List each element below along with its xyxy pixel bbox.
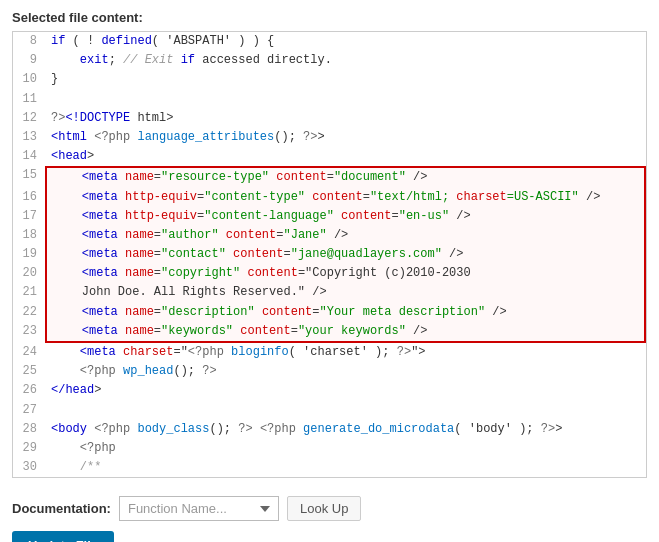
line-number: 18: [13, 226, 45, 245]
section-label: Selected file content:: [12, 10, 647, 25]
update-file-button[interactable]: Update File: [12, 531, 114, 542]
table-row: 8if ( ! defined( 'ABSPATH' ) ) {: [13, 32, 646, 51]
table-row: 20 <meta name="copyright" content="Copyr…: [13, 264, 646, 283]
line-number: 17: [13, 207, 45, 226]
line-code: }: [45, 70, 646, 89]
line-code: <meta name="description" content="Your m…: [45, 303, 646, 322]
line-code: [45, 401, 646, 420]
table-row: 17 <meta http-equiv="content-language" c…: [13, 207, 646, 226]
table-row: 12?><!DOCTYPE html>: [13, 109, 646, 128]
line-number: 9: [13, 51, 45, 70]
table-row: 24 <meta charset="<?php bloginfo( 'chars…: [13, 343, 646, 362]
line-number: 13: [13, 128, 45, 147]
line-code: John Doe. All Rights Reserved." />: [45, 283, 646, 302]
table-row: 18 <meta name="author" content="Jane" />: [13, 226, 646, 245]
line-code: [45, 90, 646, 109]
line-number: 12: [13, 109, 45, 128]
line-code: exit; // Exit if accessed directly.: [45, 51, 646, 70]
line-code: <html <?php language_attributes(); ?>>: [45, 128, 646, 147]
table-row: 28<body <?php body_class(); ?> <?php gen…: [13, 420, 646, 439]
line-code: <body <?php body_class(); ?> <?php gener…: [45, 420, 646, 439]
table-row: 16 <meta http-equiv="content-type" conte…: [13, 188, 646, 207]
line-number: 27: [13, 401, 45, 420]
line-number: 24: [13, 343, 45, 362]
line-code: <meta name="copyright" content="Copyrigh…: [45, 264, 646, 283]
line-number: 25: [13, 362, 45, 381]
line-number: 30: [13, 458, 45, 477]
code-editor: 8if ( ! defined( 'ABSPATH' ) ) {9 exit; …: [12, 31, 647, 478]
table-row: 11: [13, 90, 646, 109]
arrow-icon: ←: [126, 534, 150, 542]
line-number: 20: [13, 264, 45, 283]
table-row: 30 /**: [13, 458, 646, 477]
lookup-button[interactable]: Look Up: [287, 496, 361, 521]
table-row: 26</head>: [13, 381, 646, 400]
line-number: 19: [13, 245, 45, 264]
line-code: <meta http-equiv="content-language" cont…: [45, 207, 646, 226]
line-code: </head>: [45, 381, 646, 400]
line-number: 29: [13, 439, 45, 458]
update-row: Update File ←: [12, 531, 647, 542]
line-number: 15: [13, 166, 45, 187]
table-row: 15 <meta name="resource-type" content="d…: [13, 166, 646, 187]
table-row: 27: [13, 401, 646, 420]
line-code: if ( ! defined( 'ABSPATH' ) ) {: [45, 32, 646, 51]
line-number: 26: [13, 381, 45, 400]
table-row: 9 exit; // Exit if accessed directly.: [13, 51, 646, 70]
code-table: 8if ( ! defined( 'ABSPATH' ) ) {9 exit; …: [13, 32, 646, 477]
line-code: <meta name="resource-type" content="docu…: [45, 166, 646, 187]
table-row: 10}: [13, 70, 646, 89]
table-row: 22 <meta name="description" content="You…: [13, 303, 646, 322]
line-code: <meta name="author" content="Jane" />: [45, 226, 646, 245]
line-number: 16: [13, 188, 45, 207]
line-code: <?php wp_head(); ?>: [45, 362, 646, 381]
line-number: 11: [13, 90, 45, 109]
table-row: 21 John Doe. All Rights Reserved." />: [13, 283, 646, 302]
line-number: 22: [13, 303, 45, 322]
line-code: <meta http-equiv="content-type" content=…: [45, 188, 646, 207]
line-code: <?php: [45, 439, 646, 458]
line-code: ?><!DOCTYPE html>: [45, 109, 646, 128]
line-code: <meta charset="<?php bloginfo( 'charset'…: [45, 343, 646, 362]
table-row: 14<head>: [13, 147, 646, 166]
table-row: 25 <?php wp_head(); ?>: [13, 362, 646, 381]
main-container: Selected file content: 8if ( ! defined( …: [0, 0, 659, 542]
line-code: <head>: [45, 147, 646, 166]
table-row: 19 <meta name="contact" content="jane@qu…: [13, 245, 646, 264]
doc-label: Documentation:: [12, 501, 111, 516]
documentation-row: Documentation: Function Name... Look Up: [12, 488, 647, 521]
line-code: <meta name="keywords" content="your keyw…: [45, 322, 646, 343]
table-row: 13<html <?php language_attributes(); ?>>: [13, 128, 646, 147]
line-number: 28: [13, 420, 45, 439]
line-code: <meta name="contact" content="jane@quadl…: [45, 245, 646, 264]
line-number: 23: [13, 322, 45, 343]
function-name-select[interactable]: Function Name...: [119, 496, 279, 521]
line-number: 21: [13, 283, 45, 302]
line-code: /**: [45, 458, 646, 477]
line-number: 10: [13, 70, 45, 89]
table-row: 29 <?php: [13, 439, 646, 458]
line-number: 8: [13, 32, 45, 51]
table-row: 23 <meta name="keywords" content="your k…: [13, 322, 646, 343]
line-number: 14: [13, 147, 45, 166]
